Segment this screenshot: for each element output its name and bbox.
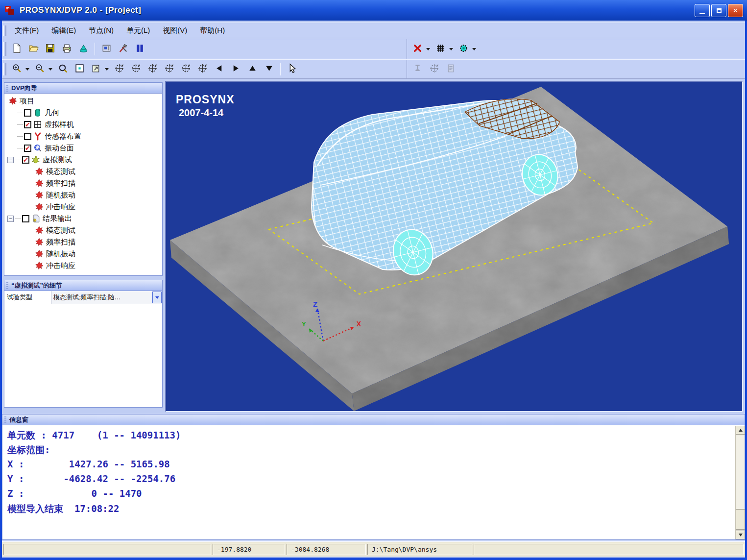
rotate-x-neg-button[interactable] xyxy=(128,62,144,76)
rotate-x-pos-button[interactable] xyxy=(111,62,127,76)
dropdown-caret-icon[interactable] xyxy=(105,68,109,71)
zoom-extents-button[interactable] xyxy=(88,62,104,76)
tree-label: 冲击响应 xyxy=(46,202,75,212)
tree-checkbox-unchecked[interactable] xyxy=(24,109,31,117)
pan-up-button[interactable] xyxy=(244,62,260,76)
pan-up-icon xyxy=(247,63,258,75)
columns-button[interactable] xyxy=(132,42,147,56)
menu-0[interactable]: 文件(F) xyxy=(8,24,45,36)
pan-left-button[interactable] xyxy=(211,62,227,76)
tree-label: 虚拟样机 xyxy=(45,120,74,129)
rotate-tool-icon xyxy=(429,63,439,75)
tree-item-频率扫描[interactable]: 频率扫描 xyxy=(4,236,162,248)
machine-button[interactable] xyxy=(98,42,114,56)
scroll-up-button[interactable] xyxy=(736,426,745,435)
new-button[interactable] xyxy=(9,42,24,56)
close-button[interactable]: ✕ xyxy=(728,4,743,17)
tree-item-模态测试[interactable]: 模态测试 xyxy=(4,224,162,236)
tree-item-振动台面[interactable]: ✔振动台面 xyxy=(4,142,162,154)
menu-2[interactable]: 节点(N) xyxy=(82,24,120,36)
dropdown-caret-icon[interactable] xyxy=(48,68,52,71)
tree-checkbox-checked[interactable]: ✔ xyxy=(24,121,31,128)
viewport-watermark: PROSYNX 2007-4-14 xyxy=(176,93,234,119)
zoom-window-icon xyxy=(74,63,85,75)
material-button[interactable] xyxy=(456,42,471,56)
toolbar-analysis xyxy=(407,60,459,78)
tree-connector xyxy=(17,113,23,113)
rotate-y-neg-button[interactable] xyxy=(161,62,177,76)
dropdown-caret-icon[interactable] xyxy=(426,48,430,50)
save-button[interactable] xyxy=(42,42,58,56)
combo-dropdown-button[interactable] xyxy=(152,292,162,303)
pan-right-button[interactable] xyxy=(228,62,243,76)
tree-item-虚拟样机[interactable]: ✔虚拟样机 xyxy=(4,119,162,130)
pointer-button[interactable] xyxy=(284,62,300,76)
capture-button[interactable] xyxy=(75,42,91,56)
tree-item-冲击响应[interactable]: 冲击响应 xyxy=(4,260,162,271)
viewport-3d[interactable]: PROSYNX 2007-4-14 xyxy=(165,81,743,412)
test-type-combobox[interactable]: 模态测试;频率扫描;随… xyxy=(51,291,162,304)
tree-label: 传感器布置 xyxy=(45,132,81,141)
menu-5[interactable]: 帮助(H) xyxy=(193,24,231,36)
tree-item-传感器布置[interactable]: 传感器布置 xyxy=(4,130,162,142)
tree-item-冲击响应[interactable]: 冲击响应 xyxy=(4,201,162,213)
panel-drag-dots[interactable] xyxy=(4,416,6,423)
menu-1[interactable]: 编辑(E) xyxy=(45,24,82,36)
scroll-down-button[interactable] xyxy=(736,531,745,539)
tree-checkbox-unchecked[interactable] xyxy=(22,215,29,222)
dropdown-caret-icon[interactable] xyxy=(449,48,453,50)
pan-down-button[interactable] xyxy=(261,62,277,76)
tree-item-频率扫描[interactable]: 频率扫描 xyxy=(4,177,162,189)
toolbar2-drag-handle[interactable] xyxy=(3,63,6,76)
tree-expander[interactable]: − xyxy=(7,216,14,222)
tree-checkbox-unchecked[interactable] xyxy=(24,133,31,140)
zoom-window-button[interactable] xyxy=(72,62,87,76)
zoom-in-button[interactable] xyxy=(9,62,24,76)
message-line-4: Z : 0 -- 1470 xyxy=(7,488,732,503)
project-tree: 项目几何✔虚拟样机传感器布置✔振动台面−✔虚拟测试模态测试频率扫描随机振动冲击响… xyxy=(4,94,163,276)
message-line-1: 坐标范围: xyxy=(7,444,732,459)
tree-label: 模态测试 xyxy=(46,167,75,176)
rotate-z-pos-button[interactable] xyxy=(178,62,193,76)
rotate-x-pos-icon xyxy=(114,63,124,75)
tools-button[interactable] xyxy=(115,42,131,56)
tree-item-结果输出[interactable]: −结果输出 xyxy=(4,213,162,224)
rotate-z-neg-icon xyxy=(197,63,208,75)
delete-x-icon xyxy=(412,43,423,55)
message-scrollbar[interactable] xyxy=(735,426,745,539)
tree-item-模态测试[interactable]: 模态测试 xyxy=(4,166,162,177)
menu-4[interactable]: 视图(V) xyxy=(156,24,193,36)
restore-button[interactable] xyxy=(711,4,726,17)
status-cell-1: -197.8820 xyxy=(213,544,285,555)
rotate-y-pos-button[interactable] xyxy=(145,62,160,76)
tree-checkbox-checked[interactable]: ✔ xyxy=(22,156,29,164)
tree-checkbox-checked[interactable]: ✔ xyxy=(24,145,31,152)
pan-right-icon xyxy=(231,63,241,75)
test-icon xyxy=(35,261,44,270)
grid-button[interactable] xyxy=(433,42,448,56)
rotate-z-neg-button[interactable] xyxy=(194,62,210,76)
menu-3[interactable]: 单元(L) xyxy=(120,24,156,36)
panel-drag-dots[interactable] xyxy=(6,85,8,92)
panel-drag-dots[interactable] xyxy=(6,282,8,289)
delete-x-button[interactable] xyxy=(410,42,425,56)
tree-item-随机振动[interactable]: 随机振动 xyxy=(4,189,162,201)
tree-expander[interactable]: − xyxy=(7,157,14,163)
scroll-thumb[interactable] xyxy=(736,509,745,530)
dropdown-caret-icon[interactable] xyxy=(25,68,29,71)
zoom-out-button[interactable] xyxy=(32,62,48,76)
minimize-button[interactable] xyxy=(695,4,710,17)
message-panel-title: 信息窗 xyxy=(9,415,28,424)
menu-drag-handle[interactable] xyxy=(3,25,6,36)
tree-item-项目[interactable]: 项目 xyxy=(4,95,162,107)
print-button[interactable] xyxy=(59,42,74,56)
report-button xyxy=(443,62,458,76)
open-button[interactable] xyxy=(25,42,41,56)
toolbar1-drag-handle[interactable] xyxy=(3,42,6,56)
dropdown-caret-icon[interactable] xyxy=(472,48,476,50)
tree-item-虚拟测试[interactable]: −✔虚拟测试 xyxy=(4,154,162,166)
wizard-panel-title: DVP向导 xyxy=(11,84,37,93)
zoom-dynamic-button[interactable] xyxy=(55,62,71,76)
tree-item-几何[interactable]: 几何 xyxy=(4,107,162,119)
tree-item-随机振动[interactable]: 随机振动 xyxy=(4,248,162,260)
